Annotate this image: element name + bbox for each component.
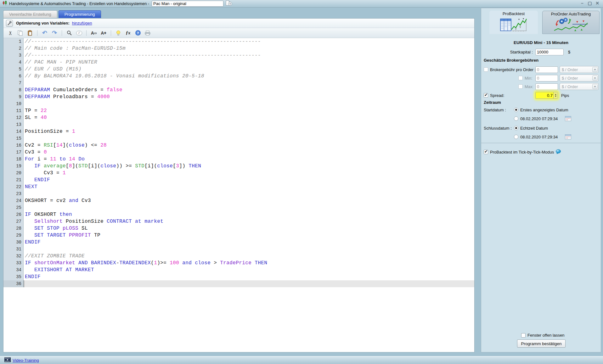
code-line[interactable]: 36 (3, 280, 474, 287)
code-line-text: DEFPARAM Preloadbars = 4000 (24, 93, 474, 100)
start-custom-date-radio[interactable] (514, 116, 518, 121)
tab-proorder-autotrading[interactable]: ProOrder AutoTrading (542, 11, 600, 34)
code-line[interactable]: 31 (3, 246, 474, 253)
speech-bubble-icon (555, 149, 561, 155)
per-order-value-input[interactable] (535, 66, 558, 73)
code-line[interactable]: 10 (3, 100, 474, 107)
code-line[interactable]: 2// Main code : PacMan-EURUSD-15m (3, 45, 474, 52)
code-line[interactable]: 27 Sellshort PositionSize CONTRACT at ma… (3, 218, 474, 225)
chevron-down-icon[interactable]: ▼ (592, 84, 598, 89)
maximize-button[interactable]: ▢ (587, 1, 592, 6)
editor-panel: Optimierung von Variablen: hinzufügen ✂ … (3, 18, 475, 352)
tickmode-checkbox[interactable] (484, 150, 488, 154)
code-editor[interactable]: 1//-------------------------------------… (3, 38, 474, 352)
cut-icon[interactable]: ✂ (7, 29, 14, 37)
code-line[interactable]: 14PositionSize = 1 (3, 128, 474, 135)
svg-text:?: ? (229, 2, 231, 5)
code-line-text: // Main code : PacMan-EURUSD-15m (24, 45, 474, 52)
font-decrease-icon[interactable]: A▭ (90, 29, 98, 37)
insert-function-icon[interactable]: ƒx (124, 29, 132, 37)
paste-icon[interactable] (26, 29, 34, 37)
tickmode-label: ProBacktest im Tick-by-Tick-Modus (490, 150, 554, 154)
max-unit-select[interactable]: $ / Order ▼ (560, 83, 599, 90)
code-line[interactable]: 20 Cv3 = 1 (3, 170, 474, 176)
document-help-icon[interactable]: ? (225, 0, 232, 7)
code-line[interactable]: 17Cv3 = 0 (3, 149, 474, 156)
min-unit-select[interactable]: $ / Order ▼ (560, 75, 599, 81)
calendar-icon[interactable] (565, 134, 571, 140)
code-line[interactable]: 33IF shortOnMarket AND BARINDEX-TRADEIND… (3, 260, 474, 266)
code-line[interactable]: 15 (3, 135, 474, 142)
tab-probacktest[interactable]: ProBacktest (489, 11, 538, 34)
spread-value-input[interactable] (536, 93, 553, 98)
min-checkbox[interactable] (518, 76, 523, 80)
code-line[interactable]: 6// By BALMORA74 19.05.2018 - Vonasi mod… (3, 73, 474, 80)
end-custom-date-radio[interactable] (514, 135, 518, 139)
code-line[interactable]: 22NEXT (3, 183, 474, 190)
per-order-unit-select[interactable]: $ / Order ▼ (560, 66, 599, 73)
schlussdatum-label: Schlussdatum : (484, 126, 512, 131)
tab-vereinfachte-erstellung[interactable]: Vereinfachte Erstellung (3, 10, 57, 18)
code-line[interactable]: 13 (3, 121, 474, 128)
code-line[interactable]: 1//-------------------------------------… (3, 38, 474, 45)
print-icon[interactable] (144, 29, 151, 37)
wrench-icon[interactable] (6, 20, 13, 27)
confirm-program-button[interactable]: Programm bestätigen (517, 339, 566, 348)
code-line[interactable]: 32//EXIT ZOMBIE TRADE (3, 253, 474, 260)
keep-open-checkbox[interactable] (521, 333, 526, 338)
help-icon[interactable]: ? (134, 29, 142, 37)
code-line[interactable]: 35ENDIF (3, 273, 474, 280)
tab-programmierung[interactable]: Programmierung (59, 10, 101, 18)
code-line[interactable]: 28 SET STOP pLOSS SL (3, 225, 474, 232)
redo-icon[interactable]: ↷ (51, 29, 58, 37)
proorder-icon (554, 17, 588, 32)
code-line[interactable]: 21 ENDIF (3, 176, 474, 183)
code-line[interactable]: 34 EXITSHORT AT MARKET (3, 266, 474, 273)
code-line[interactable]: 7 (3, 80, 474, 87)
system-name-input[interactable] (152, 1, 223, 7)
code-line[interactable]: 16Cv2 = RSI[14](close) <= 28 (3, 142, 474, 149)
editor-tab-bar: Vereinfachte Erstellung Programmierung (3, 10, 101, 19)
code-line[interactable]: 19 IF average[8](STD[i](close)) >= STD[i… (3, 163, 474, 170)
close-button[interactable]: ✕ (595, 1, 600, 6)
code-line[interactable]: 12SL = 40 (3, 114, 474, 121)
search-icon[interactable] (65, 29, 73, 37)
chevron-down-icon[interactable]: ▼ (592, 67, 598, 72)
code-line[interactable]: 30ENDIF (3, 239, 474, 246)
end-realtime-radio[interactable] (514, 126, 518, 130)
zeitraum-heading: Zeitraum (484, 100, 501, 105)
code-line[interactable]: 24OKSHORT = cv2 and Cv3 (3, 197, 474, 204)
spread-checkbox[interactable] (484, 93, 488, 98)
chevron-down-icon[interactable]: ▼ (592, 76, 598, 81)
line-number: 13 (3, 121, 24, 128)
startkapital-input[interactable] (535, 49, 564, 55)
code-line[interactable]: 3//-------------------------------------… (3, 52, 474, 59)
code-line-text: SL = 40 (24, 114, 474, 121)
code-line[interactable]: 4// PAC MAN - PIP HUNTER (3, 59, 474, 66)
code-line[interactable]: 23 (3, 190, 474, 197)
code-line[interactable]: 26IF OKSHORT then (3, 211, 474, 218)
code-line[interactable]: 9DEFPARAM Preloadbars = 4000 (3, 93, 474, 100)
video-training-link[interactable]: Video-Training (13, 358, 39, 363)
lightbulb-icon[interactable] (115, 29, 122, 37)
code-line[interactable]: 11TP = 22 (3, 107, 474, 114)
code-line[interactable]: 18For i = 11 to 14 Do (3, 156, 474, 163)
calendar-icon[interactable] (565, 116, 571, 122)
code-line[interactable]: 8DEFPARAM CumulateOrders = false (3, 87, 474, 93)
comment-icon[interactable]: // (75, 29, 83, 37)
font-increase-icon[interactable]: A✚ (100, 29, 107, 37)
code-line-text: ENDIF (24, 176, 474, 183)
start-first-date-radio[interactable] (514, 108, 518, 112)
undo-icon[interactable]: ↶ (41, 29, 48, 37)
code-line[interactable]: 29 SET TARGET PPROFIT TP (3, 232, 474, 239)
min-value-input[interactable] (535, 75, 558, 81)
per-order-checkbox[interactable] (484, 67, 488, 72)
add-variable-link[interactable]: hinzufügen (72, 21, 92, 25)
copy-icon[interactable] (16, 29, 24, 37)
code-line[interactable]: 25 (3, 204, 474, 211)
code-line[interactable]: 5// EUR / USD (M15) (3, 66, 474, 73)
spread-stepper[interactable]: ▲▼ (553, 92, 558, 98)
max-value-input[interactable] (535, 83, 558, 90)
max-checkbox[interactable] (518, 84, 523, 89)
minimize-button[interactable]: – (580, 1, 585, 6)
